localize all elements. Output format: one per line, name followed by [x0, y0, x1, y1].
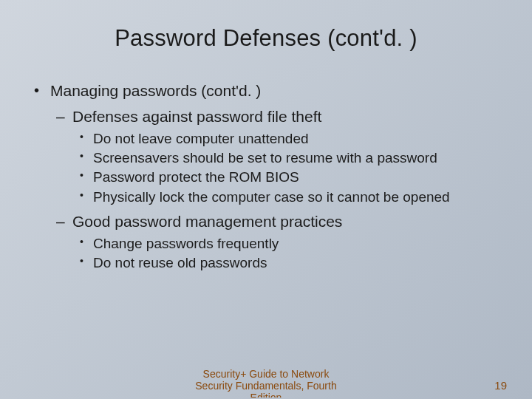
slide-title: Password Defenses (cont'd. ) — [0, 0, 532, 59]
list-item: Good password management practices Chang… — [50, 212, 502, 273]
list-item: Do not leave computer unattended — [72, 130, 502, 148]
list-item: Change passwords frequently — [72, 235, 502, 253]
list-item-text: Managing passwords (cont'd. ) — [50, 82, 261, 99]
slide-content: Managing passwords (cont'd. ) Defenses a… — [0, 59, 532, 273]
list-item-text: Do not reuse old passwords — [93, 255, 267, 270]
footer-line1: Security+ Guide to Network — [203, 368, 330, 380]
list-item: Password protect the ROM BIOS — [72, 168, 502, 186]
footer-line2: Security Fundamentals, Fourth — [195, 380, 336, 392]
footer-center: Security+ Guide to Network Security Fund… — [0, 368, 532, 398]
list-item: Do not reuse old passwords — [72, 254, 502, 272]
bullet-list-lvl3: Do not leave computer unattended Screens… — [72, 130, 502, 206]
list-item: Managing passwords (cont'd. ) Defenses a… — [30, 81, 502, 273]
bullet-list-lvl1: Managing passwords (cont'd. ) Defenses a… — [30, 81, 502, 273]
footer-line3: Edition — [0, 392, 532, 398]
bullet-list-lvl2: Defenses against password file theft Do … — [50, 107, 502, 273]
bullet-list-lvl3: Change passwords frequently Do not reuse… — [72, 235, 502, 273]
list-item-text: Good password management practices — [72, 213, 342, 230]
list-item-text: Physically lock the computer case so it … — [93, 189, 450, 205]
list-item-text: Do not leave computer unattended — [93, 131, 309, 146]
slide: Password Defenses (cont'd. ) Managing pa… — [0, 0, 532, 399]
list-item: Screensavers should be set to resume wit… — [72, 149, 502, 167]
list-item-text: Screensavers should be set to resume wit… — [93, 150, 437, 166]
list-item-text: Change passwords frequently — [93, 236, 279, 251]
list-item: Defenses against password file theft Do … — [50, 107, 502, 206]
list-item-text: Password protect the ROM BIOS — [93, 169, 299, 185]
list-item: Physically lock the computer case so it … — [72, 188, 502, 206]
page-number: 19 — [494, 379, 507, 392]
list-item-text: Defenses against password file theft — [72, 108, 321, 125]
